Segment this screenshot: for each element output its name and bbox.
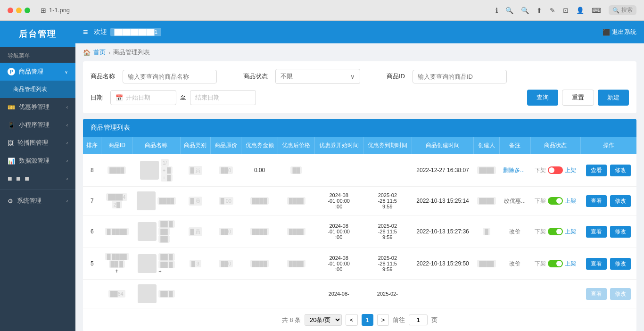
sidebar-item-miniapp[interactable]: 📱 小程序管理 ‹: [0, 116, 75, 134]
cell-coupon-amount: [241, 280, 278, 308]
sidebar-divider: [0, 190, 75, 190]
sidebar-item-product-list[interactable]: 商品管理列表: [0, 81, 75, 98]
breadcrumb-home[interactable]: 首页: [93, 48, 106, 57]
table-row: 8 ████ 1/ + █ + █: [83, 154, 636, 187]
cell-coupon-start: 2024-08-01 00:00:00: [314, 187, 363, 215]
info-icon[interactable]: ℹ: [495, 7, 498, 14]
next-page-button[interactable]: >: [377, 314, 389, 326]
toggle-knob: [549, 167, 554, 173]
sidebar-item-coupon[interactable]: 🎫 优惠券管理 ‹: [0, 98, 75, 116]
share-icon[interactable]: ⬆: [537, 7, 542, 14]
per-page-select[interactable]: 20条/页 10条/页 50条/页: [305, 314, 342, 326]
cell-discounted-price: ████: [278, 187, 314, 215]
cell-creator: [474, 280, 499, 308]
product-image: [138, 254, 157, 273]
status-down-label: 下架: [535, 197, 546, 205]
cell-discounted-price: [278, 280, 314, 308]
cell-coupon-amount: ████: [241, 215, 278, 248]
logout-button[interactable]: ⬛ 退出系统: [603, 28, 636, 36]
cell-name: ██ █: [132, 280, 180, 308]
cell-note: 改优惠...: [499, 187, 530, 215]
cell-category: [180, 280, 211, 308]
minimize-window-button[interactable]: [16, 8, 22, 13]
sidebar-item-product[interactable]: P 商品管理 ∨: [0, 63, 75, 81]
content-area: 商品名称 商品状态 不限 ∨ 商品ID 日期 📅 开始日: [75, 61, 644, 331]
view-button[interactable]: 查看: [586, 258, 607, 270]
zoom-in-icon[interactable]: 🔍: [521, 7, 529, 14]
cell-price: ██0: [211, 215, 241, 248]
view-button[interactable]: 查看: [586, 195, 607, 207]
cell-coupon-end: [363, 154, 412, 187]
keyboard-icon[interactable]: ⌨: [592, 7, 601, 14]
page-1-button[interactable]: 1: [362, 314, 373, 326]
topbar-username: ██████████1: [110, 28, 161, 36]
sidebar-item-other[interactable]: ■ ■ ■ ‹: [0, 170, 75, 188]
maximize-window-button[interactable]: [25, 8, 30, 13]
table-row: ██64 ██ █ 2024-08-: [83, 280, 636, 308]
product-image: [138, 284, 157, 303]
view-button[interactable]: 查看: [586, 288, 607, 300]
product-id-input[interactable]: [413, 70, 507, 83]
zoom-out-icon[interactable]: 🔍: [505, 7, 513, 14]
cell-note: [499, 280, 530, 308]
status-toggle[interactable]: [548, 197, 563, 205]
close-window-button[interactable]: [8, 8, 13, 13]
prev-page-button[interactable]: <: [346, 314, 358, 326]
cell-coupon-start: 2024-08-01 00:00:00: [314, 248, 363, 280]
date-separator: 至: [180, 93, 186, 102]
cell-price: ██0: [211, 154, 241, 187]
sidebar-item-settings[interactable]: ⚙ 系统管理 ‹: [0, 192, 75, 210]
product-image: [140, 161, 159, 180]
cell-name: ██ █ ██ ██: [132, 215, 180, 248]
status-toggle[interactable]: [548, 260, 563, 267]
product-name-input[interactable]: [123, 70, 217, 83]
cell-name: 1/ + █ + █: [132, 154, 180, 187]
product-icon: P: [8, 68, 15, 75]
search-icon: 🔍: [612, 7, 619, 14]
cell-order: 6: [83, 215, 101, 248]
edit-button[interactable]: 修改: [610, 288, 631, 300]
status-toggle[interactable]: [548, 166, 563, 174]
mac-search-box[interactable]: 🔍 搜索: [609, 5, 636, 15]
cell-actions: 查看 修改: [580, 280, 636, 308]
view-button[interactable]: 查看: [586, 226, 607, 238]
new-button[interactable]: 新建: [598, 90, 629, 106]
cell-order: 7: [83, 187, 101, 215]
chevron-down-icon: ∨: [65, 69, 68, 74]
date-end-input[interactable]: 结束日期: [190, 90, 256, 105]
cell-status: 下架 上架: [530, 187, 580, 215]
edit-button[interactable]: 修改: [610, 226, 631, 238]
cell-actions: 查看 修改: [580, 248, 636, 280]
main-content: ≡ 欢迎 ██████████1 ⬛ 退出系统 🏠 首页 › 商品管理列表 商品…: [75, 21, 644, 331]
mac-toolbar: ℹ 🔍 🔍 ⬆ ✎ ⊡ 👤 ⌨ 🔍 搜索: [495, 5, 636, 15]
goto-page-input[interactable]: [409, 314, 428, 325]
status-toggle[interactable]: [548, 228, 563, 235]
date-start-input[interactable]: 📅 开始日期: [110, 90, 176, 105]
edit-button[interactable]: 修改: [610, 258, 631, 270]
sidebar-nav-label: 导航菜单: [0, 47, 75, 63]
cell-creator: █: [474, 215, 499, 248]
sidebar-item-datasource[interactable]: 📊 数据源管理 ‹: [0, 152, 75, 170]
product-status-select[interactable]: 不限 ∨: [275, 69, 360, 84]
col-created-time: 商品创建时间: [412, 137, 473, 154]
banner-icon: 🖼: [8, 140, 14, 147]
edit-icon[interactable]: ✎: [550, 7, 555, 14]
window-resize-icon[interactable]: ⊡: [563, 7, 569, 14]
delete-link[interactable]: 删除多...: [503, 167, 525, 174]
cell-category: █ 3: [180, 248, 211, 280]
edit-button[interactable]: 修改: [610, 165, 631, 176]
query-button[interactable]: 查询: [527, 90, 558, 106]
edit-button[interactable]: 修改: [610, 195, 631, 207]
product-table-section: 商品管理列表 排序 商品ID 商品名称 商品类别 商品原价 优惠券金额 优惠后价…: [83, 119, 636, 331]
view-button[interactable]: 查看: [586, 165, 607, 176]
reset-button[interactable]: 重置: [562, 90, 594, 106]
product-table: 排序 商品ID 商品名称 商品类别 商品原价 优惠券金额 优惠后价格 优惠券开始…: [83, 137, 636, 308]
cell-order: [83, 280, 101, 308]
account-icon[interactable]: 👤: [576, 7, 584, 14]
filter-buttons: 查询 重置 新建: [527, 90, 629, 106]
hamburger-menu-button[interactable]: ≡: [83, 27, 88, 37]
miniapp-icon: 📱: [8, 122, 15, 129]
sidebar-item-banner[interactable]: 🖼 轮播图管理 ‹: [0, 134, 75, 152]
note-text: 改价: [509, 228, 520, 235]
sidebar-item-label: 数据源管理: [19, 157, 50, 165]
